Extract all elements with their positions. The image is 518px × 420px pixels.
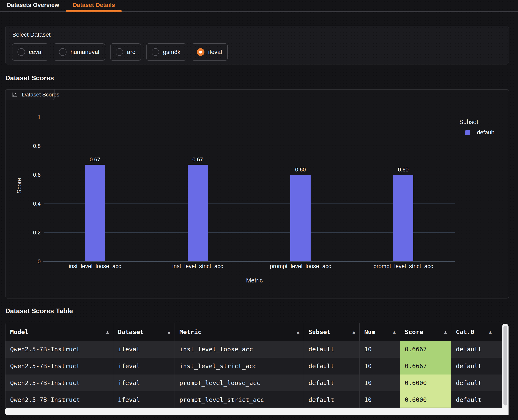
col-header-cat-0[interactable]: Cat.0▲ xyxy=(451,323,496,341)
dataset-radio-humaneval[interactable]: humaneval xyxy=(54,43,105,61)
cell-score: 0.6000 xyxy=(400,391,451,408)
col-header-label: Score xyxy=(405,328,423,336)
legend-swatch xyxy=(465,130,470,135)
vertical-scrollbar-thumb[interactable] xyxy=(503,326,507,405)
x-tick-label: prompt_level_strict_acc xyxy=(359,263,447,270)
sort-arrow-icon[interactable]: ▲ xyxy=(106,330,109,335)
radio-icon xyxy=(197,48,204,56)
cell-cat-0: default xyxy=(451,375,496,391)
chart-panel-tab-label: Dataset Scores xyxy=(22,91,59,98)
x-tick-label: inst_level_strict_acc xyxy=(154,263,242,270)
dataset-radio-label: ifeval xyxy=(208,49,222,55)
col-header-dataset[interactable]: Dataset▲ xyxy=(113,323,175,341)
x-axis-title: Metric xyxy=(231,277,278,284)
col-header-score[interactable]: Score▲ xyxy=(400,323,451,341)
x-tick-label: inst_level_loose_acc xyxy=(51,263,139,270)
cell-num: 10 xyxy=(360,391,400,408)
dataset-radio-arc[interactable]: arc xyxy=(110,43,141,61)
cell-model: Qwen2.5-7B-Instruct xyxy=(6,391,113,408)
gridline-0.8 xyxy=(44,146,455,146)
col-header-num[interactable]: Num▲ xyxy=(360,323,400,341)
chart-panel-tab: Dataset Scores xyxy=(5,89,55,100)
tab-dataset-details[interactable]: Dataset Details xyxy=(66,0,122,11)
cell-cat-0: default xyxy=(451,341,496,358)
sort-arrow-icon[interactable]: ▲ xyxy=(444,330,447,335)
col-header-label: Dataset xyxy=(118,328,144,336)
y-tick-label: 0.8 xyxy=(24,143,41,149)
y-tick-label: 0.2 xyxy=(24,230,41,235)
sort-arrow-icon[interactable]: ▲ xyxy=(168,330,170,335)
col-header-label: Num xyxy=(364,328,375,336)
col-header-metric[interactable]: Metric▲ xyxy=(175,323,304,341)
tab-datasets-overview[interactable]: Datasets Overview xyxy=(0,0,66,11)
cell-score: 0.6667 xyxy=(400,341,451,358)
bar-value-label: 0.67 xyxy=(185,156,210,163)
sort-arrow-icon[interactable]: ▲ xyxy=(353,330,355,335)
cell-num: 10 xyxy=(360,375,400,391)
dataset-radio-label: arc xyxy=(127,49,135,55)
vertical-scrollbar[interactable] xyxy=(502,324,509,415)
dataset-scores-chart-panel: 00.20.40.60.810.67inst_level_loose_acc0.… xyxy=(5,89,509,299)
col-header-subset[interactable]: Subset▲ xyxy=(304,323,360,341)
cell-num: 10 xyxy=(360,341,400,358)
horizontal-scrollbar[interactable] xyxy=(5,408,509,415)
tab-bar: Datasets Overview Dataset Details xyxy=(0,0,518,12)
chart-legend: Subset default xyxy=(459,119,494,136)
legend-item-default[interactable]: default xyxy=(465,129,494,136)
y-tick-label: 0.4 xyxy=(24,201,41,206)
dataset-scores-table-heading: Dataset Scores Table xyxy=(5,307,73,315)
select-dataset-panel: Select Dataset cevalhumanevalarcgsm8kife… xyxy=(5,26,509,64)
bar-prompt_level_strict_acc[interactable] xyxy=(393,175,413,261)
sort-arrow-icon[interactable]: ▲ xyxy=(297,330,299,335)
dataset-radio-gsm8k[interactable]: gsm8k xyxy=(146,43,186,61)
col-header-model[interactable]: Model▲ xyxy=(6,323,113,341)
dataset-radio-label: gsm8k xyxy=(163,49,180,55)
bar-value-label: 0.60 xyxy=(391,166,416,173)
col-header-label: Cat.0 xyxy=(456,328,474,336)
dataset-scores-heading: Dataset Scores xyxy=(5,74,54,82)
cell-num: 10 xyxy=(360,358,400,375)
cell-subset: default xyxy=(304,358,360,375)
cell-dataset: ifeval xyxy=(113,358,175,375)
legend-title: Subset xyxy=(459,119,494,126)
bar-prompt_level_loose_acc[interactable] xyxy=(290,175,311,261)
y-tick-label: 0.6 xyxy=(24,172,41,178)
cell-subset: default xyxy=(304,341,360,358)
cell-metric: prompt_level_strict_acc xyxy=(175,391,304,408)
bar-value-label: 0.60 xyxy=(288,166,313,173)
sort-arrow-icon[interactable]: ▲ xyxy=(393,330,396,335)
dataset-radio-ifeval[interactable]: ifeval xyxy=(192,43,228,61)
dataframe-grid: Model▲Dataset▲Metric▲Subset▲Num▲Score▲Ca… xyxy=(5,323,502,408)
x-tick-label: prompt_level_loose_acc xyxy=(256,263,345,270)
cell-metric: prompt_level_loose_acc xyxy=(175,375,304,391)
dataset-radio-ceval[interactable]: ceval xyxy=(12,43,48,61)
table-row: Qwen2.5-7B-Instructifevalinst_level_loos… xyxy=(6,341,502,358)
bar-chart: 00.20.40.60.810.67inst_level_loose_acc0.… xyxy=(6,90,509,298)
cell-score: 0.6667 xyxy=(400,358,451,375)
sort-arrow-icon[interactable]: ▲ xyxy=(489,330,492,335)
cell-dataset: ifeval xyxy=(113,375,175,391)
legend-item-label: default xyxy=(477,129,494,136)
dataset-radio-label: ceval xyxy=(29,49,43,55)
cell-dataset: ifeval xyxy=(113,341,175,358)
dataset-scores-table: Model▲Dataset▲Metric▲Subset▲Num▲Score▲Ca… xyxy=(5,323,509,415)
select-dataset-label: Select Dataset xyxy=(12,31,51,38)
scatter-chart-icon xyxy=(12,92,18,98)
cell-score: 0.6000 xyxy=(400,375,451,391)
cell-subset: default xyxy=(304,375,360,391)
cell-model: Qwen2.5-7B-Instruct xyxy=(6,358,113,375)
bar-value-label: 0.67 xyxy=(82,156,108,163)
radio-icon xyxy=(59,48,67,56)
cell-metric: inst_level_strict_acc xyxy=(175,358,304,375)
col-header-label: Model xyxy=(10,328,29,336)
cell-cat-0: default xyxy=(451,358,496,375)
bar-inst_level_loose_acc[interactable] xyxy=(85,165,105,261)
radio-icon xyxy=(116,48,123,56)
bar-inst_level_strict_acc[interactable] xyxy=(188,165,208,261)
cell-subset: default xyxy=(304,391,360,408)
dataset-radio-label: humaneval xyxy=(70,49,99,55)
y-axis-title: Score xyxy=(16,168,23,204)
dataset-radio-group: cevalhumanevalarcgsm8kifeval xyxy=(12,43,228,61)
cell-cat-0: default xyxy=(451,391,496,408)
col-header-label: Metric xyxy=(179,328,201,336)
